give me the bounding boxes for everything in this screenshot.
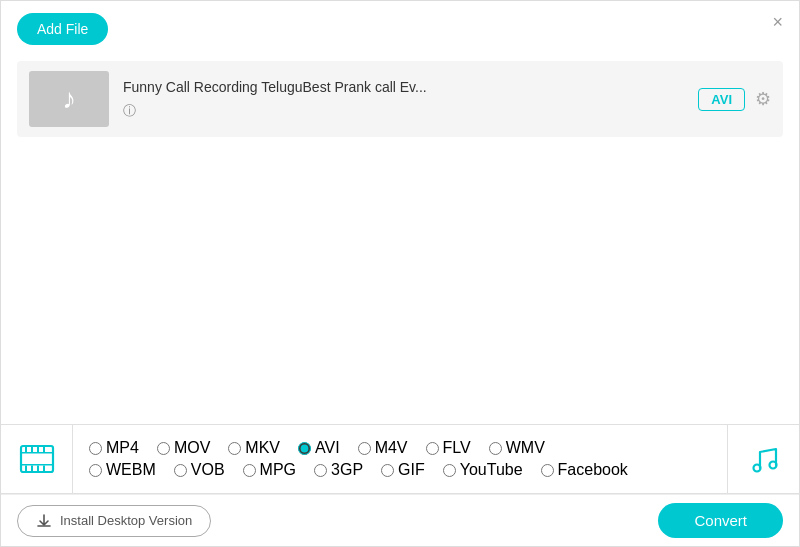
svg-rect-6 [43,446,45,452]
format-bar-icon [1,425,73,493]
format-option-mkv[interactable]: MKV [228,439,280,457]
install-label: Install Desktop Version [60,513,192,528]
format-label-vob: VOB [191,461,225,479]
format-bar: MP4 MOV MKV AVI M4V FLV [1,424,799,494]
svg-rect-1 [21,452,53,454]
radio-wmv[interactable] [489,442,502,455]
svg-rect-2 [21,464,53,466]
radio-webm[interactable] [89,464,102,477]
radio-mpg[interactable] [243,464,256,477]
format-option-mov[interactable]: MOV [157,439,210,457]
header: Add File × [1,1,799,53]
format-label-facebook: Facebook [558,461,628,479]
radio-vob[interactable] [174,464,187,477]
film-icon [19,441,55,477]
format-options: MP4 MOV MKV AVI M4V FLV [73,427,727,491]
format-option-youtube[interactable]: YouTube [443,461,523,479]
file-name: Funny Call Recording TeluguBest Prank ca… [123,79,543,95]
music-icon: ♪ [62,83,76,115]
radio-mp4[interactable] [89,442,102,455]
file-list: ♪ Funny Call Recording TeluguBest Prank … [1,53,799,145]
radio-m4v[interactable] [358,442,371,455]
svg-rect-9 [37,466,39,472]
format-label-m4v: M4V [375,439,408,457]
svg-point-11 [753,465,760,472]
info-icon[interactable]: ⓘ [123,103,136,118]
radio-avi[interactable] [298,442,311,455]
format-option-m4v[interactable]: M4V [358,439,408,457]
format-row-2: WEBM VOB MPG 3GP GIF YouTube [89,461,711,479]
music-note-icon [746,441,782,477]
format-option-avi[interactable]: AVI [298,439,340,457]
svg-rect-8 [31,466,33,472]
add-file-button[interactable]: Add File [17,13,108,45]
settings-icon[interactable]: ⚙ [755,88,771,110]
file-actions: AVI ⚙ [698,88,771,111]
format-option-facebook[interactable]: Facebook [541,461,628,479]
format-option-mpg[interactable]: MPG [243,461,296,479]
close-button[interactable]: × [772,13,783,31]
svg-rect-5 [37,446,39,452]
format-label-3gp: 3GP [331,461,363,479]
radio-gif[interactable] [381,464,394,477]
download-icon [36,513,52,529]
radio-youtube[interactable] [443,464,456,477]
radio-mkv[interactable] [228,442,241,455]
format-option-vob[interactable]: VOB [174,461,225,479]
convert-button[interactable]: Convert [658,503,783,538]
format-label-avi: AVI [315,439,340,457]
svg-rect-4 [31,446,33,452]
radio-3gp[interactable] [314,464,327,477]
format-label-mov: MOV [174,439,210,457]
svg-rect-10 [43,466,45,472]
format-label-flv: FLV [443,439,471,457]
install-desktop-button[interactable]: Install Desktop Version [17,505,211,537]
format-label-wmv: WMV [506,439,545,457]
main-content [1,145,799,405]
svg-point-12 [769,462,776,469]
radio-facebook[interactable] [541,464,554,477]
file-info: Funny Call Recording TeluguBest Prank ca… [123,79,698,120]
format-option-wmv[interactable]: WMV [489,439,545,457]
svg-rect-3 [25,446,27,452]
format-label-gif: GIF [398,461,425,479]
format-label-mpg: MPG [260,461,296,479]
format-label-youtube: YouTube [460,461,523,479]
radio-flv[interactable] [426,442,439,455]
format-label-webm: WEBM [106,461,156,479]
format-label-mkv: MKV [245,439,280,457]
format-label-mp4: MP4 [106,439,139,457]
footer: Install Desktop Version Convert [1,494,799,546]
file-item: ♪ Funny Call Recording TeluguBest Prank … [17,61,783,137]
svg-rect-7 [25,466,27,472]
format-row-1: MP4 MOV MKV AVI M4V FLV [89,439,711,457]
format-option-webm[interactable]: WEBM [89,461,156,479]
radio-mov[interactable] [157,442,170,455]
format-option-flv[interactable]: FLV [426,439,471,457]
format-option-gif[interactable]: GIF [381,461,425,479]
format-option-3gp[interactable]: 3GP [314,461,363,479]
format-option-mp4[interactable]: MP4 [89,439,139,457]
format-badge[interactable]: AVI [698,88,745,111]
file-thumbnail: ♪ [29,71,109,127]
music-note-right [727,425,799,493]
